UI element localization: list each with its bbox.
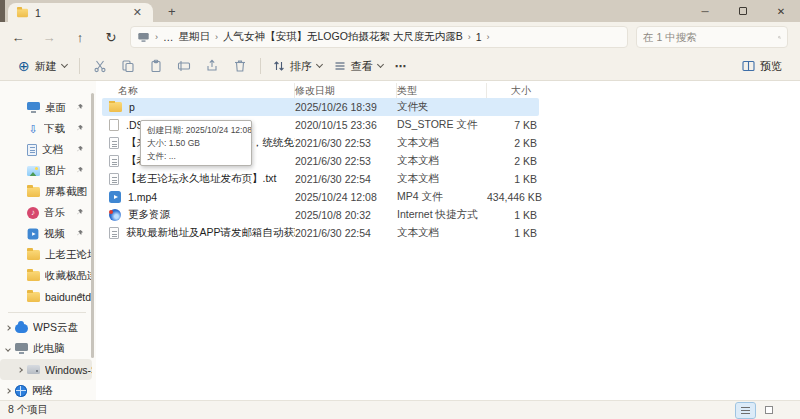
view-label: 查看 xyxy=(351,59,373,74)
window-edge xyxy=(0,0,5,22)
rename-icon xyxy=(177,59,191,73)
sidebar-item-this-pc[interactable]: 此电脑 xyxy=(0,338,92,359)
breadcrumb-overflow[interactable]: … xyxy=(163,31,174,43)
share-button[interactable] xyxy=(198,55,226,77)
sidebar-item-windows-ssd[interactable]: Windows-SSD xyxy=(0,359,92,380)
file-row[interactable]: 1.mp4 2025/10/24 12:08 MP4 文件 434,446 KB xyxy=(102,188,539,206)
tab-title: 1 xyxy=(35,7,124,19)
text-file-icon xyxy=(109,227,119,239)
breadcrumb-separator: › xyxy=(155,32,158,42)
column-header-size[interactable]: 大小 xyxy=(487,83,539,98)
column-header-type[interactable]: 类型 xyxy=(397,83,487,98)
chevron-right-icon[interactable] xyxy=(5,388,11,394)
file-date: 2025/10/26 18:39 xyxy=(295,101,397,113)
minimize-button[interactable]: ─ xyxy=(686,0,724,22)
sidebar-item-label: 网络 xyxy=(32,384,53,398)
file-row[interactable]: 【老王论坛永久地址发布页】.txt 2021/6/30 22:54 文本文档 1… xyxy=(102,170,539,188)
sort-button[interactable]: 排序 xyxy=(267,55,328,78)
view-button[interactable]: 查看 xyxy=(328,55,389,78)
sidebar-scrollbar[interactable] xyxy=(91,93,94,358)
sidebar-item-folder-favorites[interactable]: 收藏极品连续 xyxy=(0,265,92,286)
new-tab-button[interactable]: + xyxy=(168,4,176,19)
address-bar[interactable]: › … 星期日 › 人气女神【安琪】无LOGO拍摄花絮 大尺度无内露B › 1 … xyxy=(130,26,628,48)
sidebar-item-music[interactable]: ♪ 音乐 xyxy=(0,202,92,223)
copy-icon xyxy=(121,59,135,73)
preview-button[interactable]: 预览 xyxy=(736,55,788,78)
file-size: 2 KB xyxy=(487,137,539,149)
delete-button[interactable] xyxy=(226,55,254,77)
breadcrumb-crumb[interactable]: 人气女神【安琪】无LOGO拍摄花絮 大尺度无内露B xyxy=(223,30,463,44)
file-date: 2025/10/8 20:32 xyxy=(295,209,397,221)
drive-icon xyxy=(27,365,40,374)
search-input[interactable] xyxy=(643,31,778,43)
file-name: 更多资源 xyxy=(128,208,170,222)
file-size: 434,446 KB xyxy=(487,191,539,203)
tab-close-icon[interactable]: ✕ xyxy=(130,7,145,18)
file-date: 2020/10/15 23:36 xyxy=(295,119,397,131)
navigation-pane: 桌面 ⇩ 下载 文档 图片 屏幕截图 ♪ 音乐 xyxy=(0,81,96,400)
sidebar-item-screenshots[interactable]: 屏幕截图 xyxy=(0,181,92,202)
toolbar-divider xyxy=(79,58,80,74)
sidebar-item-downloads[interactable]: ⇩ 下载 xyxy=(0,118,92,139)
chevron-down-icon[interactable] xyxy=(5,346,11,352)
paste-icon xyxy=(149,59,163,73)
breadcrumb-crumb[interactable]: 1 xyxy=(476,31,482,43)
file-date: 2021/6/30 22:53 xyxy=(295,155,397,167)
sidebar-item-label: 图片 xyxy=(45,164,66,178)
sidebar-item-documents[interactable]: 文档 xyxy=(0,139,92,160)
column-header-name[interactable]: 名称 xyxy=(102,83,295,98)
tooltip-files: 文件: ... xyxy=(147,150,245,163)
tab-strip: 1 ✕ + ─ ✕ xyxy=(0,0,800,22)
file-size: 2 KB xyxy=(487,155,539,167)
column-header-date[interactable]: 修改日期 xyxy=(295,83,397,98)
sidebar-item-desktop[interactable]: 桌面 xyxy=(0,97,92,118)
large-icons-view-icon xyxy=(765,406,773,414)
sidebar-item-folder-baidunetdisk[interactable]: baidunetdisl xyxy=(0,286,92,307)
paste-button[interactable] xyxy=(142,55,170,77)
command-bar: ⊕ 新建 排 xyxy=(0,52,800,81)
more-options-button[interactable]: ⋯ xyxy=(389,56,412,77)
file-row[interactable]: 更多资源 2025/10/8 20:32 Internet 快捷方式 1 KB xyxy=(102,206,539,224)
pictures-icon xyxy=(27,166,40,176)
search-box[interactable] xyxy=(636,26,788,48)
chevron-right-icon[interactable] xyxy=(5,325,11,331)
large-icons-view-button[interactable] xyxy=(759,403,778,418)
forward-button[interactable]: → xyxy=(36,25,62,49)
folder-icon xyxy=(17,8,28,17)
video-file-icon xyxy=(109,191,121,203)
pin-icon xyxy=(76,271,84,279)
copy-button[interactable] xyxy=(114,55,142,77)
sidebar-item-pictures[interactable]: 图片 xyxy=(0,160,92,181)
up-button[interactable]: ↑ xyxy=(67,25,93,49)
navigation-bar: ← → ↑ ↻ › … 星期日 › 人气女神【安琪】无LOGO拍摄花絮 大尺度无… xyxy=(0,22,800,52)
rename-button[interactable] xyxy=(170,55,198,77)
cut-icon xyxy=(93,59,107,73)
text-file-icon xyxy=(109,155,119,167)
file-row[interactable]: p 2025/10/26 18:39 文件夹 xyxy=(102,98,539,116)
chevron-right-icon[interactable] xyxy=(17,367,23,373)
details-view-button[interactable] xyxy=(736,403,755,418)
back-button[interactable]: ← xyxy=(5,25,31,49)
this-pc-icon[interactable] xyxy=(138,33,148,42)
sidebar-item-label: 此电脑 xyxy=(33,342,65,356)
file-type: 文本文档 xyxy=(397,136,487,150)
file-type: 文本文档 xyxy=(397,226,487,240)
file-row[interactable]: 获取最新地址及APP请发邮箱自动获取.txt 2021/6/30 22:54 文… xyxy=(102,224,539,242)
cut-button[interactable] xyxy=(86,55,114,77)
file-type: MP4 文件 xyxy=(397,190,487,204)
new-button[interactable]: ⊕ 新建 xyxy=(12,55,73,78)
breadcrumb-crumb[interactable]: 星期日 xyxy=(179,30,211,44)
sidebar-item-label: WPS云盘 xyxy=(33,321,78,335)
close-button[interactable]: ✕ xyxy=(762,0,800,22)
refresh-button[interactable]: ↻ xyxy=(98,25,124,49)
sidebar-item-network[interactable]: 网络 xyxy=(0,380,92,400)
explorer-tab[interactable]: 1 ✕ xyxy=(8,3,153,22)
maximize-icon xyxy=(739,7,747,15)
desktop-icon xyxy=(27,102,40,113)
file-date: 2025/10/24 12:08 xyxy=(295,191,397,203)
maximize-button[interactable] xyxy=(724,0,762,22)
sidebar-item-folder-laowang[interactable]: 上老王论坛当 xyxy=(0,244,92,265)
sidebar-item-videos[interactable]: 视频 xyxy=(0,223,92,244)
sidebar-item-wps-cloud[interactable]: WPS云盘 xyxy=(0,317,92,338)
sidebar-item-label: 桌面 xyxy=(45,101,66,115)
